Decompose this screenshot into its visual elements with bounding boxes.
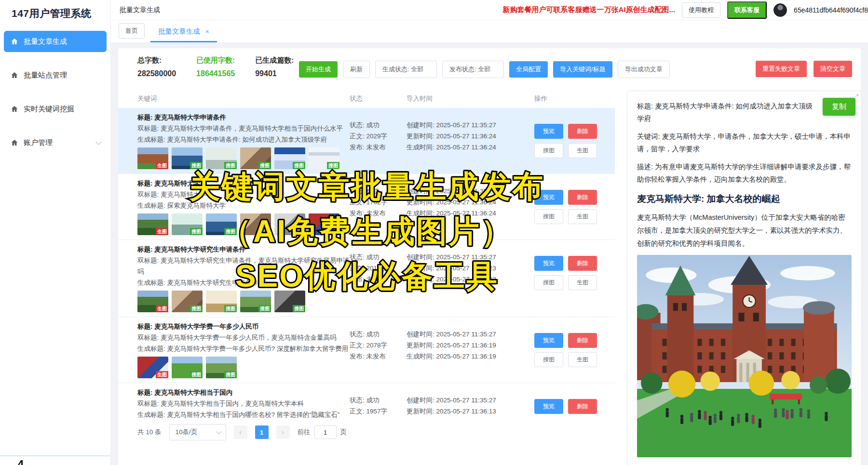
search-image-button[interactable]: 搜图 xyxy=(534,209,563,224)
status-line: 发布: 未发布 xyxy=(350,274,407,285)
article-thumbnail[interactable]: 搜图 xyxy=(309,147,339,169)
table-row[interactable]: 标题: 麦克马斯特大学学费一年多少人民币 双标题: 麦克马斯特大学学费一年多少人… xyxy=(118,317,615,383)
actions-cell: 预览 删除 搜图 生图 xyxy=(534,244,610,312)
reset-failed-button[interactable]: 重置失败文章 xyxy=(756,61,807,77)
status-cell: 状态: 成功正文: 1957字发布: 未发布 xyxy=(350,387,407,418)
prev-page-button[interactable]: ‹ xyxy=(234,425,247,439)
sidebar-footer: 4 xyxy=(0,455,110,465)
delete-button[interactable]: 删除 xyxy=(568,190,597,205)
preview-button[interactable]: 预览 xyxy=(534,190,563,205)
preview-button[interactable]: 预览 xyxy=(534,333,563,348)
keyword-cell: 标题: 麦克马斯特大学研究生申请条件 双标题: 麦克马斯特大学研究生申请条件，麦… xyxy=(137,244,350,312)
article-thumbnail[interactable]: 搜图 xyxy=(206,357,237,378)
time-cell: 创建时间: 2025-05-27 11:35:27更新时间: 2025-05-2… xyxy=(407,178,534,235)
contact-support-button[interactable]: 联系客服 xyxy=(727,1,767,19)
sidebar-item-default[interactable]: 账户管理 xyxy=(4,132,107,153)
generate-status-select[interactable]: 生成状态: 全部 xyxy=(375,61,437,78)
article-thumbnail[interactable]: 搜图 xyxy=(309,213,339,235)
tab[interactable]: 首页 xyxy=(119,23,145,39)
table-row[interactable]: 标题: 麦克马斯特大学申请条件 双标题: 麦克马斯特大学申请条件，麦克马斯特大学… xyxy=(118,108,615,174)
thumbnail-badge: 搜图 xyxy=(258,305,271,312)
tab[interactable]: 批量文章生成 × xyxy=(150,23,217,42)
generate-image-button[interactable]: 生图 xyxy=(568,209,597,224)
article-thumbnail[interactable]: 搜图 xyxy=(274,213,305,235)
preview-button[interactable]: 预览 xyxy=(534,256,563,271)
stat-value: 99401 xyxy=(255,69,294,78)
article-thumbnail[interactable]: 搜图 xyxy=(172,291,203,312)
article-thumbnail[interactable]: 生图 xyxy=(137,147,168,169)
import-keywords-button[interactable]: 导入关键词/标题 xyxy=(553,61,612,78)
actions-cell: 预览 删除 搜图 生图 xyxy=(534,112,610,169)
row-title: 标题: 麦克马斯特大学研究生申请条件 xyxy=(137,244,350,255)
sidebar-item-label: 批量站点管理 xyxy=(24,71,67,80)
copy-button[interactable]: 复制 xyxy=(823,98,855,116)
goto-page-input[interactable] xyxy=(314,425,337,439)
article-thumbnail[interactable]: 生图 xyxy=(137,291,168,312)
table-header: 关键词状态导入时间操作 xyxy=(137,94,610,103)
sidebar-item-label: 实时关键词挖掘 xyxy=(24,105,74,114)
delete-button[interactable]: 删除 xyxy=(568,256,597,271)
next-page-button[interactable]: › xyxy=(276,425,290,439)
thumbnail-strip: 生图 搜图 搜图 搜图 搜图 xyxy=(137,291,350,312)
article-thumbnail[interactable]: 搜图 xyxy=(172,213,203,235)
current-page-button[interactable]: 1 xyxy=(255,425,269,439)
article-thumbnail[interactable]: 搜图 xyxy=(172,147,203,169)
scrollbar-up-icon[interactable]: ▲ xyxy=(855,93,859,97)
publish-status-select[interactable]: 发布状态: 全部 xyxy=(442,61,504,78)
article-thumbnail[interactable]: 搜图 xyxy=(206,147,237,169)
sidebar-item-default[interactable]: 批量站点管理 xyxy=(4,65,107,86)
delete-button[interactable]: 删除 xyxy=(568,124,597,139)
status-line: 状态: 成功 xyxy=(350,329,407,340)
thumbnail-badge: 搜图 xyxy=(327,228,339,235)
preview-button[interactable]: 预览 xyxy=(534,399,563,414)
stat-value: 282580000 xyxy=(137,69,176,78)
table-row[interactable]: 标题: 麦克马斯特大学相当于国内 双标题: 麦克马斯特大学相当于国内，麦克马斯特… xyxy=(118,383,615,418)
article-thumbnail[interactable]: 搜图 xyxy=(206,291,237,312)
avatar[interactable] xyxy=(773,3,787,17)
chevron-down-icon xyxy=(216,429,221,434)
delete-button[interactable]: 删除 xyxy=(568,399,597,414)
goto-page: 前往 页 xyxy=(298,425,347,439)
search-image-button[interactable]: 搜图 xyxy=(534,143,563,158)
tabs-bar: 首页 批量文章生成 × xyxy=(111,20,868,42)
export-success-button[interactable]: 导出成功文章 xyxy=(618,61,670,78)
article-thumbnail[interactable]: 搜图 xyxy=(274,291,305,312)
status-line: 正文: 2029字 xyxy=(350,131,407,142)
tutorial-button[interactable]: 使用教程 xyxy=(682,2,720,18)
article-thumbnail[interactable]: 搜图 xyxy=(240,291,271,312)
delete-button[interactable]: 删除 xyxy=(568,333,597,348)
pagination-total: 共 10 条 xyxy=(137,428,162,437)
global-config-button[interactable]: 全局配置 xyxy=(509,61,548,78)
preview-description: 描述: 为有意申请麦克马斯特大学的学生详细讲解申请要求及步骤，帮助你轻松掌握入学… xyxy=(637,160,852,186)
refresh-button[interactable]: 刷新 xyxy=(343,61,370,78)
preview-button[interactable]: 预览 xyxy=(534,124,563,139)
thumbnail-badge: 搜图 xyxy=(224,162,237,169)
time-line: 创建时间: 2025-05-27 11:35:27 xyxy=(407,186,534,197)
tab-close-icon[interactable]: × xyxy=(205,28,209,35)
generate-image-button[interactable]: 生图 xyxy=(568,275,597,290)
article-thumbnail[interactable]: 搜图 xyxy=(240,213,271,235)
article-thumbnail[interactable]: 搜图 xyxy=(206,213,237,235)
article-thumbnail[interactable]: 搜图 xyxy=(274,147,305,169)
start-generate-button[interactable]: 开始生成 xyxy=(299,61,338,78)
column-header: 关键词 xyxy=(137,94,350,103)
sidebar-item-default[interactable]: 实时关键词挖掘 xyxy=(4,98,107,120)
table-body: 标题: 麦克马斯特大学申请条件 双标题: 麦克马斯特大学申请条件，麦克马斯特大学… xyxy=(118,108,615,418)
table-row[interactable]: 标题: 麦克马斯特大学研究生申请条件 双标题: 麦克马斯特大学研究生申请条件，麦… xyxy=(118,240,615,317)
row-generated-title: 生成标题: 麦克马斯特大学相当于国内哪些名校? 留学选择的“隐藏宝石” xyxy=(137,409,350,418)
status-cell: 状态: 成功正文: 1762字发布: 未发布 xyxy=(350,178,407,235)
search-image-button[interactable]: 搜图 xyxy=(534,275,563,290)
article-thumbnail[interactable]: 搜图 xyxy=(240,147,271,169)
time-line: 生成时间: 2025-05-27 11:36:19 xyxy=(407,351,534,362)
article-thumbnail[interactable]: 生图 xyxy=(137,357,168,378)
thumbnail-badge: 搜图 xyxy=(224,305,237,312)
generate-image-button[interactable]: 生图 xyxy=(568,352,597,367)
page-size-select[interactable]: 10条/页 xyxy=(169,424,226,440)
sidebar-item-active[interactable]: 批量文章生成 xyxy=(4,31,107,52)
generate-image-button[interactable]: 生图 xyxy=(568,143,597,158)
article-thumbnail[interactable]: 搜图 xyxy=(172,357,203,378)
clear-articles-button[interactable]: 清空文章 xyxy=(814,61,852,77)
article-thumbnail[interactable]: 生图 xyxy=(137,213,168,235)
table-row[interactable]: 标题: 麦克马斯特大学 双标题: 麦克马斯特大学 生成标题: 探索麦克马斯特大学… xyxy=(118,174,615,240)
search-image-button[interactable]: 搜图 xyxy=(534,352,563,367)
